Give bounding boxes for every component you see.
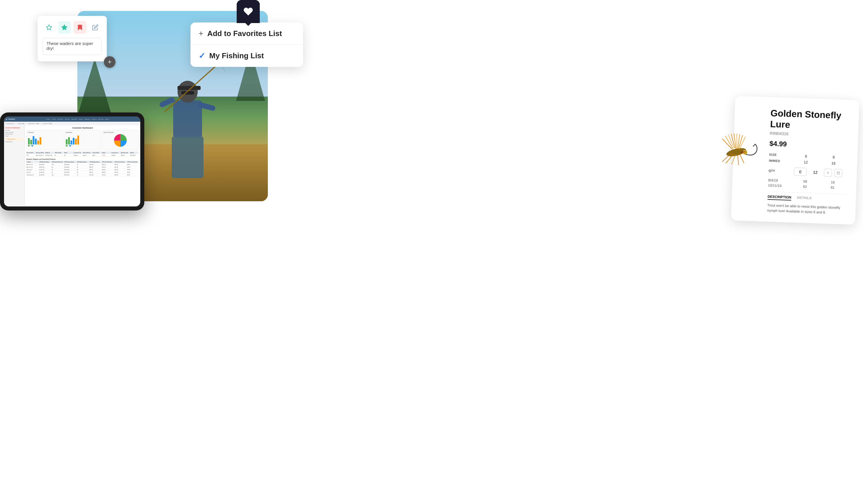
table-header: Account Number Account Name Address Stat… [27,151,139,154]
tnav-item: Product [46,118,50,120]
svg-rect-0 [173,100,202,138]
tnav-item: Admin [105,118,109,120]
product-row: Men Pct_01 $5,040.00 120 $2,456.00 55 $1… [27,163,139,166]
product-image [710,130,768,169]
fisherman-silhouette [150,57,225,178]
charts-row: Amounts A B [27,130,139,150]
sidebar-item: Overview [5,129,23,131]
sidebar-item: Ship Bookings [5,133,23,135]
donut-chart [114,134,127,147]
star-outline-icon[interactable] [43,21,55,34]
immed-12: 12 [792,159,820,165]
dashboard-title: Customer Dashboard [27,127,139,129]
qty-calendar-button[interactable] [834,169,842,177]
svg-line-16 [734,133,736,148]
tab-details[interactable]: DETAILS [797,195,812,201]
favorites-dropdown: + Add to Favorites List ✓ My Fishing Lis… [190,23,303,67]
top-products-chart: Top 10 Products [102,130,139,150]
history-val-2a: 62 [791,184,819,189]
favorites-heart-button[interactable] [237,0,260,23]
svg-marker-9 [47,25,52,30]
data-table: Account Number Account Name Address Stat… [27,151,139,176]
product-row: Women_01 $4,100.00 95 $2,100.00 48 $95.0… [27,168,139,171]
size-8: 8 [820,155,847,160]
svg-rect-31 [837,172,840,175]
tnav-item: My Orders [58,118,63,120]
amounts-bars [28,134,62,144]
add-plus-icon: + [199,29,203,38]
annotation-widget: These waders are super dry! [38,16,107,61]
product-card: Golden Stonefly Lure R9904316 $4.99 SIZE… [731,96,860,225]
immed-16: 16 [820,160,847,166]
product-row: Kids_01 $2,200.00 60 $1,100.00 30 $55.00… [27,171,139,173]
qty-label: QTY [768,169,791,173]
sidebar-item: Order Number [5,141,23,142]
product-row: Men Pct_02 $3,200.00 80 $1,800.00 40 $80… [27,166,139,168]
edit-icon[interactable] [89,21,102,34]
product-description: Trout won't be able to resist this golde… [767,203,846,216]
history-val-1a: 58 [791,179,819,184]
tablet-main-content: Customer Dashboard Amounts [25,125,140,206]
sidebar-highlight: Looking Order No [5,138,23,140]
tablet-top-bar: RepSpark Product Visit List My Orders In… [4,116,140,122]
add-annotation-button[interactable]: + [104,56,115,68]
fishing-list-label: My Fishing List [209,51,264,60]
tablet-body: Customer Dashboard Overview Order Summar… [4,125,140,206]
tab-description[interactable]: DESCRIPTION [767,195,791,201]
tnav-item: Visit List [52,118,56,120]
sidebar-customer-dashboard: Customer Dashboard [5,127,23,129]
svg-line-25 [739,154,745,163]
quantities-chart: Quantities A B [64,130,101,150]
product-size-grid: SIZE 6 8 IMMED 12 16 [769,153,848,166]
svg-rect-4 [159,96,175,108]
heart-icon [243,7,253,17]
qty-clear-button[interactable] [824,168,832,177]
svg-rect-6 [172,137,203,178]
product-price: $4.99 [769,140,848,150]
filter-bar: Company Demo•Division (All)•Sales Person… [4,122,140,125]
products-table-header: Product LTB Booked Name LTB Booked Amoun… [27,160,139,163]
size-label: SIZE [769,153,792,158]
history-val-1b: 16 [819,180,847,185]
size-6: 6 [792,153,820,158]
tnav-item: Sales Reps [71,118,77,120]
product-title: Golden Stonefly Lure [770,107,849,132]
qty-input-6[interactable] [794,168,807,176]
tablet-screen: RepSpark Product Visit List My Orders In… [4,116,140,206]
tablet-logo: RepSpark [8,118,15,120]
table-row: 254 Acct Partner 3 Portland, OR A 26 Ret… [27,154,139,157]
my-fishing-list-row[interactable]: ✓ My Fishing List [190,45,303,67]
history-date-1: 8/4/19 [768,178,791,183]
svg-marker-10 [62,25,67,30]
lure-illustration [710,130,768,169]
immed-label: IMMED [769,159,792,164]
qty-row: QTY 12 [768,167,847,177]
annotation-text-input[interactable]: These waders are super dry! [43,38,102,55]
history-date-2: 10/11/19 [768,183,791,188]
tnav-item: Inventory [65,118,70,120]
svg-line-24 [737,155,739,165]
qty-val-12: 12 [809,169,822,175]
product-tabs: DESCRIPTION DETAILS [767,192,846,203]
bookmark-icon[interactable] [74,21,86,34]
sidebar-item: Order Summary [5,131,23,133]
product-row: Outerwear_01 $6,500.00 145 $3,200.00 72 … [27,173,139,176]
sidebar-item: Cancel [5,135,23,137]
amounts-chart: Amounts A B [27,130,63,150]
tnav-item: Reports [79,118,83,120]
annotation-icon-bar [43,21,102,34]
section-header: Booked, Shipped, and Cancelled Products [27,158,139,160]
history-val-2b: 81 [819,185,847,190]
tnav-item: My Photos [98,118,104,120]
tnav-item: Marketing [85,118,90,120]
tablet-device: RepSpark Product Visit List My Orders In… [0,113,144,210]
checkmark-icon: ✓ [199,51,205,61]
svg-line-17 [736,133,737,148]
add-to-favorites-label: Add to Favorites List [207,29,282,38]
star-filled-icon[interactable] [58,21,71,34]
tablet-sidebar: Customer Dashboard Overview Order Summar… [4,125,25,206]
tnav-item: Financing [91,118,96,120]
quantities-bars [66,134,100,144]
